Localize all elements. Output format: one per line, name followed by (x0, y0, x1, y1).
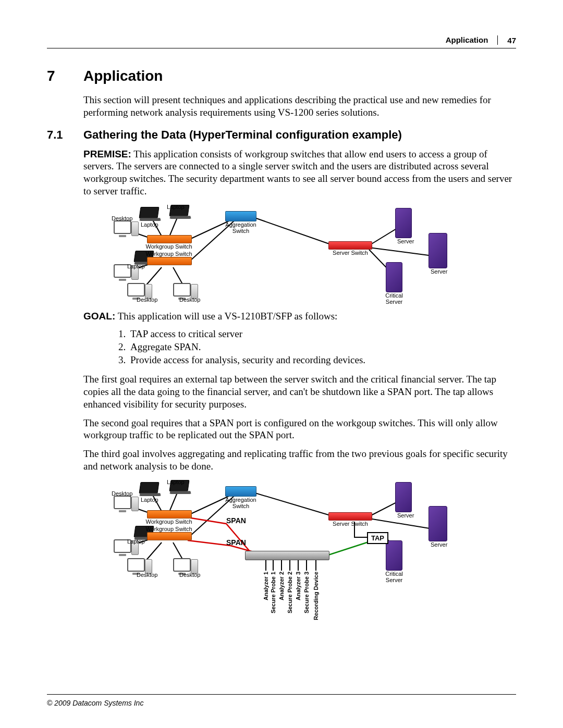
label-port-analyzer-1: Analyzer 1 (263, 572, 269, 600)
label-port-secure-probe-3: Secure Probe 3 (303, 572, 310, 613)
label-server-switch: Server Switch (333, 521, 368, 527)
label-server-switch: Server Switch (333, 250, 368, 256)
list-item: Aggregate SPAN. (128, 341, 516, 353)
laptop-icon (140, 482, 161, 497)
label-server: Server (431, 541, 447, 548)
label-port-secure-probe-2: Secure Probe 2 (287, 572, 293, 613)
server-icon (429, 233, 447, 268)
header-rule (47, 48, 516, 48)
label-span: SPAN (226, 516, 246, 525)
laptop-icon (140, 207, 161, 221)
content: 7 Application This section will present … (47, 68, 516, 614)
section-7-1-heading: 7.1 Gathering the Data (HyperTerminal co… (47, 128, 516, 142)
footer-copyright: © 2009 Datacom Systems Inc (47, 699, 143, 707)
label-critical-server: Critical Server (385, 571, 403, 583)
label-desktop: Desktop (137, 297, 157, 303)
page-header: Application 47 (446, 35, 516, 45)
label-workgroup-switch: Workgroup Switch (145, 251, 192, 257)
label-port-analyzer-2: Analyzer 2 (278, 572, 285, 600)
aggregation-switch-icon (225, 486, 256, 497)
label-port-secure-probe-1: Secure Probe 1 (270, 572, 276, 613)
svg-line-22 (253, 492, 334, 516)
section-body: PREMISE: This application consists of wo… (83, 148, 516, 614)
label-port-analyzer-3: Analyzer 3 (295, 572, 301, 600)
label-desktop: Desktop (179, 572, 200, 578)
server-icon (386, 262, 402, 292)
server-icon (395, 482, 412, 512)
label-span: SPAN (226, 538, 246, 547)
label-laptop: Laptop (127, 538, 145, 545)
premise-paragraph: PREMISE: This application consists of wo… (83, 148, 516, 198)
desktop-icon (114, 496, 131, 512)
footer-rule (47, 694, 516, 695)
label-workgroup-switch: Workgroup Switch (145, 243, 192, 250)
aggregation-switch-icon (225, 211, 256, 221)
goal2-paragraph: The second goal requires that a SPAN por… (83, 417, 516, 442)
header-section-label: Application (446, 35, 498, 45)
premise-text: This application consists of workgroup s… (83, 149, 512, 196)
label-server: Server (431, 268, 447, 275)
label-aggregation-switch: Aggregation Switch (225, 221, 256, 234)
section-title: Gathering the Data (HyperTerminal config… (83, 128, 402, 142)
server-icon (386, 540, 402, 571)
goal1-paragraph: The first goal requires an external tap … (83, 373, 516, 410)
header-page-number: 47 (498, 36, 516, 45)
label-server: Server (397, 512, 414, 519)
goal3-paragraph: The third goal involves aggregating and … (83, 448, 516, 473)
goal-paragraph: GOAL: This application will use a VS-121… (83, 310, 516, 323)
chapter-intro: This section will present techniques and… (83, 94, 516, 119)
label-aggregation-switch: Aggregation Switch (225, 497, 256, 509)
server-switch-icon (328, 512, 372, 521)
label-server: Server (397, 238, 414, 244)
label-port-recording-device: Recording Device (313, 572, 319, 620)
diagram-topology-with-tap: Desktop Laptop Laptop Laptop Desktop Des… (109, 479, 454, 614)
label-laptop: Laptop (167, 204, 185, 210)
label-workgroup-switch: Workgroup Switch (145, 526, 192, 532)
workgroup-switch-icon (147, 235, 192, 243)
label-critical-server: Critical Server (385, 292, 403, 305)
label-desktop: Desktop (112, 215, 132, 221)
premise-label: PREMISE: (83, 149, 131, 159)
label-laptop: Laptop (127, 263, 145, 269)
workgroup-switch-icon (147, 510, 192, 519)
label-tap: TAP (367, 532, 388, 544)
label-laptop: Laptop (141, 221, 158, 228)
label-workgroup-switch: Workgroup Switch (145, 519, 192, 525)
list-item: TAP access to critical server (128, 328, 516, 340)
server-icon (395, 208, 412, 238)
list-item: Provide access for analysis, security an… (128, 354, 516, 366)
label-desktop: Desktop (179, 297, 200, 303)
svg-line-11 (369, 248, 433, 256)
label-laptop: Laptop (167, 479, 185, 485)
chapter-heading: 7 Application (47, 68, 516, 84)
workgroup-switch-icon (147, 532, 192, 540)
label-desktop: Desktop (112, 490, 132, 497)
goal-list: TAP access to critical server Aggregate … (83, 328, 516, 366)
server-icon (429, 506, 447, 541)
page: Application 47 7 Application This sectio… (0, 0, 563, 728)
goal-label: GOAL: (83, 311, 115, 322)
analyzer-appliance-icon (245, 551, 329, 560)
svg-line-24 (369, 519, 433, 529)
desktop-icon (114, 220, 131, 237)
label-desktop: Desktop (137, 572, 157, 578)
svg-line-9 (253, 217, 334, 245)
diagram-topology-baseline: Desktop Laptop Laptop Laptop Desktop Des… (109, 204, 454, 303)
chapter-number: 7 (47, 68, 83, 84)
goal-text: This application will use a VS-1210BT/SF… (118, 311, 338, 322)
section-number: 7.1 (47, 128, 83, 142)
label-laptop: Laptop (141, 497, 158, 503)
workgroup-switch-icon (147, 257, 192, 265)
server-switch-icon (328, 241, 372, 250)
chapter-title: Application (83, 68, 163, 84)
